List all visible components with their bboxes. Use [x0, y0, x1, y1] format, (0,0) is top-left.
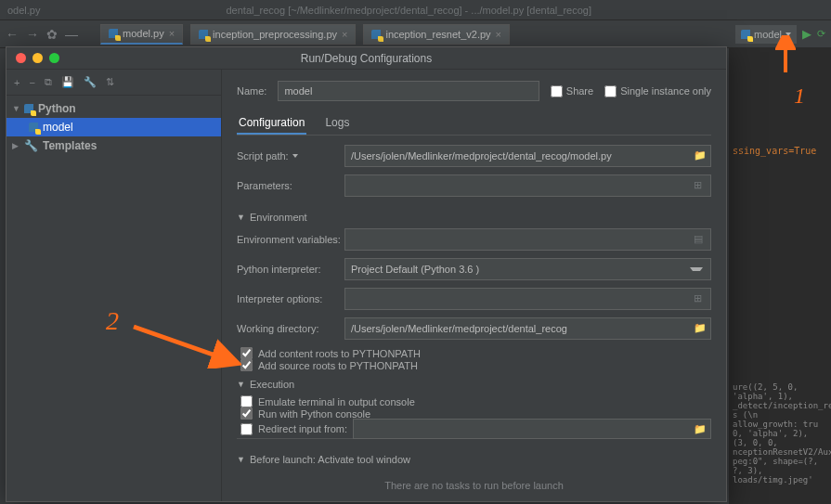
- add-source-roots-checkbox[interactable]: Add source roots to PYTHONPATH: [237, 359, 711, 371]
- run-config-selector[interactable]: model: [735, 25, 797, 44]
- redirect-input-checkbox[interactable]: Redirect input from: 📁: [237, 420, 711, 438]
- expand-icon[interactable]: ⊞: [694, 179, 707, 192]
- add-icon[interactable]: +: [14, 77, 19, 88]
- parameters-input[interactable]: ⊞: [344, 174, 711, 197]
- chevron-down-icon: ▼: [237, 455, 245, 464]
- tab-configuration[interactable]: Configuration: [237, 112, 306, 135]
- gear-icon[interactable]: ✿: [46, 27, 58, 42]
- tab-logs[interactable]: Logs: [323, 112, 351, 135]
- tree-label: model: [43, 121, 73, 134]
- dialog-titlebar: Run/Debug Configurations: [6, 47, 726, 70]
- expand-icon[interactable]: ⊞: [694, 292, 707, 305]
- wrench-icon: 🔧: [24, 139, 38, 152]
- name-label: Name:: [237, 85, 266, 97]
- folder-icon[interactable]: 📁: [694, 149, 707, 162]
- folder-icon[interactable]: 📁: [694, 322, 707, 335]
- close-icon[interactable]: ×: [496, 29, 501, 40]
- tree-label: Templates: [43, 139, 97, 152]
- tab-preprocessing[interactable]: inception_preprocessing.py ×: [190, 24, 356, 45]
- tree-toolbar: + − ⧉ 💾 🔧 ⇅: [6, 70, 221, 96]
- workdir-input[interactable]: /Users/jolen/Medlinker/medproject/dental…: [344, 317, 711, 340]
- console-background-snippet: ure((2, 5, 0, 'alpha', 1), _detect/incep…: [729, 379, 831, 504]
- interpreter-opts-label: Interpreter options:: [237, 293, 344, 304]
- script-path-label: Script path:: [237, 150, 289, 162]
- chevron-down-icon: ▼: [237, 380, 245, 389]
- single-instance-checkbox[interactable]: Single instance only: [604, 85, 711, 97]
- tree-node-model[interactable]: model: [6, 118, 221, 136]
- python-icon: [199, 30, 208, 39]
- chevron-down-icon[interactable]: [690, 267, 703, 280]
- before-launch-toolbar: + − ✎ ▴ ▾: [237, 500, 711, 504]
- annotation-label-1: 1: [794, 84, 805, 109]
- tree-node-templates[interactable]: ▶ 🔧 Templates: [6, 136, 221, 155]
- list-icon[interactable]: ▤: [694, 233, 707, 246]
- ide-toolbar: ← → ✿ — model.py × inception_preprocessi…: [0, 20, 831, 48]
- python-icon: [741, 30, 750, 39]
- close-icon[interactable]: ×: [169, 28, 175, 39]
- env-vars-label: Environment variables:: [237, 234, 344, 245]
- python-icon: [24, 104, 33, 113]
- title-filename: odel.py: [7, 5, 40, 16]
- tab-label: model.py: [123, 28, 164, 39]
- workdir-label: Working directory:: [237, 323, 344, 334]
- annotation-label-2: 2: [106, 306, 119, 336]
- tab-label: inception_preprocessing.py: [213, 29, 337, 40]
- before-launch-section[interactable]: ▼ Before launch: Activate tool window: [237, 454, 711, 465]
- dialog-title: Run/Debug Configurations: [6, 52, 726, 65]
- env-vars-input[interactable]: ▤: [344, 228, 711, 251]
- run-icon[interactable]: ▶: [802, 27, 812, 41]
- execution-section[interactable]: ▼ Execution: [237, 379, 711, 390]
- name-input[interactable]: [278, 81, 539, 101]
- chevron-down-icon: ▼: [237, 213, 245, 222]
- up-down-icon[interactable]: ⇅: [106, 76, 114, 88]
- interpreter-opts-input[interactable]: ⊞: [344, 288, 711, 310]
- run-config-label: model: [754, 29, 782, 40]
- folder-icon[interactable]: 📁: [694, 423, 707, 436]
- copy-icon[interactable]: ⧉: [45, 76, 52, 88]
- chevron-down-icon: [786, 32, 791, 36]
- add-content-roots-checkbox[interactable]: Add content roots to PYTHONPATH: [237, 347, 711, 359]
- save-icon[interactable]: 💾: [61, 76, 74, 88]
- environment-section[interactable]: ▼ Environment: [237, 212, 711, 223]
- wrench-icon[interactable]: 🔧: [84, 76, 97, 88]
- parameters-label: Parameters:: [237, 180, 344, 191]
- chevron-right-icon: ▶: [12, 141, 19, 150]
- tab-resnet[interactable]: inception_resnet_v2.py ×: [363, 24, 510, 45]
- chevron-down-icon[interactable]: [292, 154, 298, 158]
- python-icon: [109, 29, 118, 38]
- forward-icon[interactable]: →: [26, 27, 39, 42]
- ide-titlebar: odel.py dental_recog [~/Medlinker/medpro…: [0, 0, 831, 20]
- close-icon[interactable]: ×: [342, 29, 347, 40]
- interpreter-select[interactable]: Project Default (Python 3.6 ): [344, 258, 711, 280]
- back-icon[interactable]: ←: [6, 27, 19, 42]
- tab-label: inception_resnet_v2.py: [385, 29, 490, 40]
- python-icon: [29, 123, 38, 132]
- tree-label: Python: [38, 102, 76, 115]
- remove-icon[interactable]: −: [29, 77, 34, 88]
- tab-model[interactable]: model.py ×: [100, 24, 183, 45]
- run-debug-config-dialog: Run/Debug Configurations + − ⧉ 💾 🔧 ⇅ ▼ P…: [6, 46, 727, 502]
- script-path-input[interactable]: /Users/jolen/Medlinker/medproject/dental…: [344, 145, 711, 167]
- breadcrumb: dental_recog [~/Medlinker/medproject/den…: [226, 5, 591, 16]
- share-checkbox[interactable]: Share: [551, 85, 593, 97]
- interpreter-label: Python interpreter:: [237, 264, 344, 275]
- minimize-icon[interactable]: —: [65, 27, 78, 42]
- redirect-input-field[interactable]: 📁: [353, 419, 711, 439]
- debug-icon[interactable]: ⟳: [817, 28, 825, 40]
- tree-node-python[interactable]: ▼ Python: [6, 99, 221, 118]
- emulate-terminal-checkbox[interactable]: Emulate terminal in output console: [237, 395, 711, 407]
- config-tree-panel: + − ⧉ 💾 🔧 ⇅ ▼ Python model ▶: [6, 70, 222, 501]
- before-launch-empty: There are no tasks to run before launch: [237, 471, 711, 500]
- chevron-down-icon: ▼: [12, 104, 19, 113]
- python-icon: [371, 30, 381, 39]
